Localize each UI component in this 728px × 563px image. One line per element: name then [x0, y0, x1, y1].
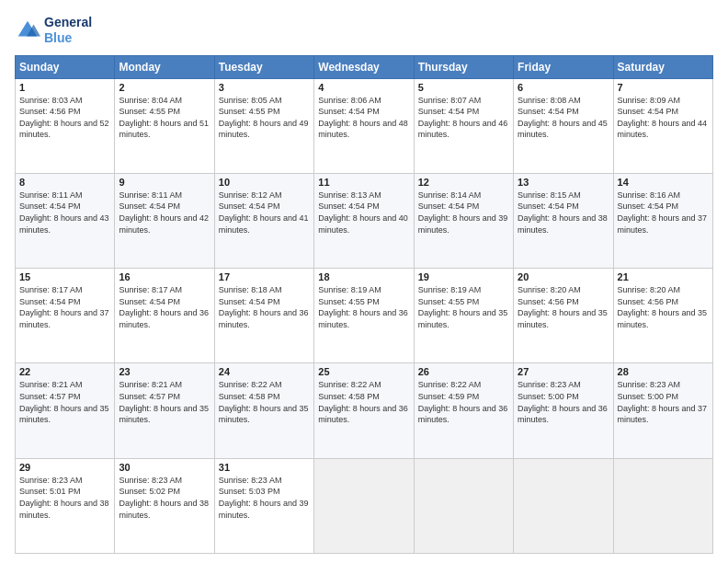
day-number: 13: [518, 177, 609, 188]
day-details: Sunrise: 8:19 AMSunset: 4:55 PMDaylight:…: [318, 285, 408, 329]
day-number: 29: [19, 462, 110, 473]
calendar-day-cell: 4Sunrise: 8:06 AMSunset: 4:54 PMDaylight…: [314, 78, 414, 173]
weekday-header-cell: Monday: [115, 55, 214, 78]
day-details: Sunrise: 8:11 AMSunset: 4:54 PMDaylight:…: [19, 190, 109, 235]
calendar-week-row: 29Sunrise: 8:23 AMSunset: 5:01 PMDayligh…: [16, 458, 713, 553]
day-number: 14: [618, 177, 709, 188]
day-details: Sunrise: 8:13 AMSunset: 4:54 PMDaylight:…: [318, 190, 408, 235]
day-number: 30: [119, 462, 210, 473]
calendar-day-cell: 7Sunrise: 8:09 AMSunset: 4:54 PMDaylight…: [613, 78, 712, 173]
day-number: 17: [219, 271, 310, 282]
day-number: 18: [318, 271, 409, 282]
calendar-day-cell: 22Sunrise: 8:21 AMSunset: 4:57 PMDayligh…: [16, 363, 115, 458]
day-number: 22: [19, 366, 110, 377]
day-number: 24: [219, 366, 310, 377]
weekday-header-cell: Wednesday: [314, 55, 414, 78]
calendar-day-cell: 12Sunrise: 8:14 AMSunset: 4:54 PMDayligh…: [414, 173, 513, 268]
day-details: Sunrise: 8:11 AMSunset: 4:54 PMDaylight:…: [119, 190, 209, 235]
calendar-day-cell: 20Sunrise: 8:20 AMSunset: 4:56 PMDayligh…: [514, 269, 613, 363]
logo-text: General Blue: [44, 15, 92, 46]
calendar-week-row: 15Sunrise: 8:17 AMSunset: 4:54 PMDayligh…: [16, 269, 713, 363]
calendar-day-cell: 16Sunrise: 8:17 AMSunset: 4:54 PMDayligh…: [115, 269, 214, 363]
day-number: 16: [119, 271, 210, 282]
day-number: 4: [318, 82, 409, 93]
weekday-header-row: SundayMondayTuesdayWednesdayThursdayFrid…: [16, 55, 713, 78]
day-number: 27: [518, 366, 609, 377]
page: General Blue SundayMondayTuesdayWednesda…: [0, 0, 728, 563]
day-details: Sunrise: 8:23 AMSunset: 5:00 PMDaylight:…: [518, 380, 608, 424]
day-number: 12: [418, 177, 509, 188]
calendar-day-cell: 29Sunrise: 8:23 AMSunset: 5:01 PMDayligh…: [16, 458, 115, 553]
day-details: Sunrise: 8:16 AMSunset: 4:54 PMDaylight:…: [618, 190, 708, 235]
calendar-day-cell: 18Sunrise: 8:19 AMSunset: 4:55 PMDayligh…: [314, 269, 414, 363]
calendar-day-cell: 24Sunrise: 8:22 AMSunset: 4:58 PMDayligh…: [214, 363, 313, 458]
day-details: Sunrise: 8:19 AMSunset: 4:55 PMDaylight:…: [418, 285, 508, 329]
day-details: Sunrise: 8:17 AMSunset: 4:54 PMDaylight:…: [119, 285, 209, 329]
calendar-day-cell: 31Sunrise: 8:23 AMSunset: 5:03 PMDayligh…: [214, 458, 313, 553]
calendar-day-cell: 21Sunrise: 8:20 AMSunset: 4:56 PMDayligh…: [613, 269, 712, 363]
day-number: 28: [618, 366, 709, 377]
day-details: Sunrise: 8:23 AMSunset: 5:03 PMDaylight:…: [219, 476, 309, 520]
day-number: 31: [219, 462, 310, 473]
day-number: 20: [518, 271, 609, 282]
day-details: Sunrise: 8:08 AMSunset: 4:54 PMDaylight:…: [518, 96, 608, 140]
day-details: Sunrise: 8:17 AMSunset: 4:54 PMDaylight:…: [19, 285, 109, 329]
weekday-header-cell: Tuesday: [214, 55, 313, 78]
weekday-header-cell: Friday: [514, 55, 613, 78]
calendar-day-cell: 10Sunrise: 8:12 AMSunset: 4:54 PMDayligh…: [214, 173, 313, 268]
day-number: 26: [418, 366, 509, 377]
logo-icon: [15, 17, 40, 43]
header: General Blue: [15, 15, 713, 46]
calendar-day-cell: 13Sunrise: 8:15 AMSunset: 4:54 PMDayligh…: [514, 173, 613, 268]
calendar-day-cell: 15Sunrise: 8:17 AMSunset: 4:54 PMDayligh…: [16, 269, 115, 363]
weekday-header-cell: Sunday: [16, 55, 115, 78]
calendar-body: 1Sunrise: 8:03 AMSunset: 4:56 PMDaylight…: [16, 78, 713, 553]
day-details: Sunrise: 8:23 AMSunset: 5:01 PMDaylight:…: [19, 476, 109, 520]
calendar-day-cell: 30Sunrise: 8:23 AMSunset: 5:02 PMDayligh…: [115, 458, 214, 553]
calendar-day-cell: 8Sunrise: 8:11 AMSunset: 4:54 PMDaylight…: [16, 173, 115, 268]
day-number: 1: [19, 82, 110, 93]
calendar-day-cell: 3Sunrise: 8:05 AMSunset: 4:55 PMDaylight…: [214, 78, 313, 173]
calendar-day-cell: 14Sunrise: 8:16 AMSunset: 4:54 PMDayligh…: [613, 173, 712, 268]
day-number: 11: [318, 177, 409, 188]
day-number: 3: [219, 82, 310, 93]
calendar-table: SundayMondayTuesdayWednesdayThursdayFrid…: [15, 55, 713, 554]
logo: General Blue: [15, 15, 92, 46]
day-details: Sunrise: 8:22 AMSunset: 4:58 PMDaylight:…: [219, 380, 309, 424]
day-number: 6: [518, 82, 609, 93]
calendar-day-cell: [613, 458, 712, 553]
day-details: Sunrise: 8:18 AMSunset: 4:54 PMDaylight:…: [219, 285, 309, 329]
day-details: Sunrise: 8:20 AMSunset: 4:56 PMDaylight:…: [518, 285, 608, 329]
day-number: 7: [618, 82, 709, 93]
calendar-day-cell: [314, 458, 414, 553]
calendar-day-cell: 5Sunrise: 8:07 AMSunset: 4:54 PMDaylight…: [414, 78, 513, 173]
calendar-day-cell: 6Sunrise: 8:08 AMSunset: 4:54 PMDaylight…: [514, 78, 613, 173]
day-details: Sunrise: 8:22 AMSunset: 4:58 PMDaylight:…: [318, 380, 408, 424]
day-number: 23: [119, 366, 210, 377]
calendar-day-cell: 28Sunrise: 8:23 AMSunset: 5:00 PMDayligh…: [613, 363, 712, 458]
day-number: 21: [618, 271, 709, 282]
day-details: Sunrise: 8:12 AMSunset: 4:54 PMDaylight:…: [219, 190, 309, 235]
calendar-day-cell: [414, 458, 513, 553]
day-details: Sunrise: 8:23 AMSunset: 5:02 PMDaylight:…: [119, 476, 209, 520]
day-details: Sunrise: 8:20 AMSunset: 4:56 PMDaylight:…: [618, 285, 708, 329]
calendar-day-cell: 19Sunrise: 8:19 AMSunset: 4:55 PMDayligh…: [414, 269, 513, 363]
weekday-header-cell: Saturday: [613, 55, 712, 78]
day-number: 2: [119, 82, 210, 93]
calendar-day-cell: 11Sunrise: 8:13 AMSunset: 4:54 PMDayligh…: [314, 173, 414, 268]
calendar-day-cell: 1Sunrise: 8:03 AMSunset: 4:56 PMDaylight…: [16, 78, 115, 173]
day-number: 10: [219, 177, 310, 188]
calendar-day-cell: 9Sunrise: 8:11 AMSunset: 4:54 PMDaylight…: [115, 173, 214, 268]
calendar-day-cell: 25Sunrise: 8:22 AMSunset: 4:58 PMDayligh…: [314, 363, 414, 458]
day-number: 9: [119, 177, 210, 188]
calendar-day-cell: 26Sunrise: 8:22 AMSunset: 4:59 PMDayligh…: [414, 363, 513, 458]
calendar-week-row: 1Sunrise: 8:03 AMSunset: 4:56 PMDaylight…: [16, 78, 713, 173]
day-details: Sunrise: 8:05 AMSunset: 4:55 PMDaylight:…: [219, 96, 309, 140]
day-details: Sunrise: 8:22 AMSunset: 4:59 PMDaylight:…: [418, 380, 508, 424]
day-details: Sunrise: 8:03 AMSunset: 4:56 PMDaylight:…: [19, 96, 109, 140]
day-details: Sunrise: 8:23 AMSunset: 5:00 PMDaylight:…: [618, 380, 708, 424]
calendar-day-cell: 17Sunrise: 8:18 AMSunset: 4:54 PMDayligh…: [214, 269, 313, 363]
calendar-day-cell: 2Sunrise: 8:04 AMSunset: 4:55 PMDaylight…: [115, 78, 214, 173]
day-details: Sunrise: 8:09 AMSunset: 4:54 PMDaylight:…: [618, 96, 708, 140]
day-details: Sunrise: 8:21 AMSunset: 4:57 PMDaylight:…: [119, 380, 209, 424]
